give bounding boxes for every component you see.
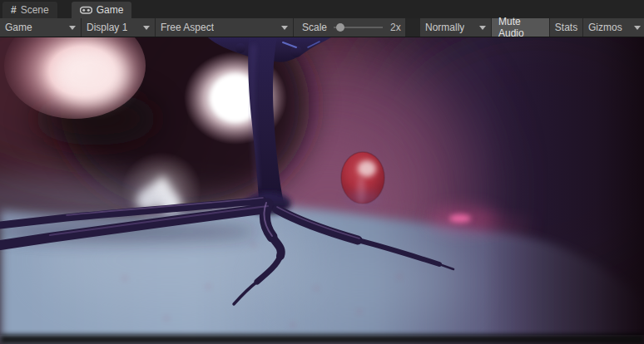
- red-balloon: [341, 152, 384, 206]
- scale-slider-thumb[interactable]: [336, 23, 344, 32]
- chevron-down-icon: [634, 26, 641, 30]
- balloon-bottom-tint: [344, 191, 381, 206]
- balloon-highlight: [358, 160, 376, 177]
- right-vignette: [483, 37, 644, 344]
- scale-slider[interactable]: [334, 22, 383, 33]
- display-popup[interactable]: Display 1: [82, 18, 155, 37]
- scale-label: Scale: [302, 22, 327, 33]
- chevron-down-icon: [69, 26, 76, 30]
- tab-scene-label: Scene: [21, 4, 49, 16]
- stats-label: Stats: [555, 22, 577, 33]
- gizmos-popup[interactable]: Gizmos: [583, 18, 644, 37]
- unity-game-view-window: # Scene Game Game Display 1 Free Aspect: [0, 0, 644, 344]
- chevron-down-icon: [479, 26, 486, 30]
- scale-value: 2x: [390, 22, 401, 33]
- tab-game-label: Game: [97, 4, 124, 16]
- chevron-down-icon: [143, 26, 150, 30]
- game-scene-render: [0, 37, 644, 344]
- stats-button[interactable]: Stats: [550, 18, 582, 37]
- scale-group: Scale 2x: [294, 18, 405, 37]
- gizmos-label: Gizmos: [588, 22, 622, 33]
- gamepad-icon: [80, 5, 92, 15]
- skull-glow-left-eye-core: [53, 47, 126, 103]
- display-popup-label: Display 1: [87, 22, 127, 33]
- game-camera-popup-label: Game: [5, 22, 32, 33]
- game-view-toolbar: Game Display 1 Free Aspect Scale 2x Norm…: [0, 18, 644, 37]
- grid-hash-icon: #: [11, 4, 17, 16]
- aspect-ratio-popup[interactable]: Free Aspect: [156, 18, 293, 37]
- maximize-on-play-popup[interactable]: Normally: [420, 18, 491, 37]
- game-viewport[interactable]: [0, 37, 644, 344]
- aspect-ratio-popup-label: Free Aspect: [161, 22, 214, 33]
- toolbar-spacer: [406, 18, 419, 37]
- chevron-down-icon: [281, 26, 288, 30]
- tab-scene[interactable]: # Scene: [2, 2, 57, 18]
- bottom-dark-band: [0, 335, 644, 344]
- tab-game[interactable]: Game: [72, 2, 132, 18]
- ground-highlight-mid: [258, 243, 466, 322]
- mute-audio-label: Mute Audio: [498, 16, 542, 39]
- game-camera-popup[interactable]: Game: [0, 18, 81, 37]
- tab-bar: # Scene Game: [0, 0, 644, 18]
- mute-audio-button[interactable]: Mute Audio: [492, 18, 549, 37]
- maximize-on-play-label: Normally: [425, 22, 464, 33]
